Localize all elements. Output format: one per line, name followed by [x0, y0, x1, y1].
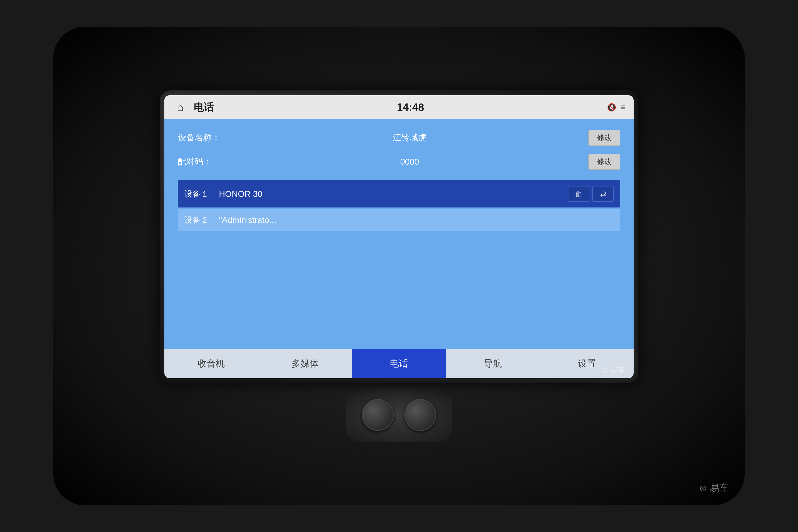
device-1-num: 设备 1	[184, 189, 211, 200]
mute-icon: 🔇	[607, 103, 616, 112]
car-panel: ⌂ 电话 14:48 🔇 ≡ 设备名称： 江铃域虎 修改	[53, 26, 745, 506]
pair-code-label: 配对码：	[178, 156, 231, 168]
screen: ⌂ 电话 14:48 🔇 ≡ 设备名称： 江铃域虎 修改	[165, 95, 633, 378]
menu-icon[interactable]: ≡	[621, 102, 626, 112]
home-icon: ⌂	[177, 101, 184, 114]
right-knob[interactable]	[404, 399, 436, 431]
header-icons: 🔇 ≡	[607, 102, 626, 112]
edit-pair-code-button[interactable]: 修改	[588, 154, 620, 170]
device-item-1[interactable]: 设备 1 HONOR 30 🗑 ⇄	[178, 180, 620, 208]
device-2-num: 设备 2	[184, 215, 211, 226]
device-item-2[interactable]: 设备 2 "Administrato...	[178, 209, 620, 231]
easycar-logo: ⊙ 易车	[699, 482, 729, 495]
bottom-nav: 收音机 多媒体 电话 导航 设置	[165, 349, 633, 378]
header-bar: ⌂ 电话 14:48 🔇 ≡	[165, 95, 633, 119]
left-knob[interactable]	[362, 399, 394, 431]
home-button[interactable]: ⌂	[172, 99, 188, 115]
device-1-connect-button[interactable]: ⇄	[592, 186, 614, 202]
watermark-logo: ⊙	[602, 366, 608, 375]
nav-phone[interactable]: 电话	[352, 349, 446, 378]
device-name-value: 江铃域虎	[236, 132, 583, 144]
pair-code-value: 0000	[236, 157, 583, 167]
connect-icon: ⇄	[600, 190, 606, 198]
device-1-actions: 🗑 ⇄	[568, 186, 614, 202]
watermark-text: 易车	[610, 365, 625, 375]
knob-area	[346, 388, 452, 441]
easycar-text: ⊙ 易车	[699, 482, 729, 493]
clock-display: 14:48	[214, 101, 607, 113]
device-2-name: "Administrato...	[219, 215, 614, 225]
pair-code-row: 配对码： 0000 修改	[178, 154, 620, 170]
nav-radio[interactable]: 收音机	[165, 349, 258, 378]
below-screen-controls	[159, 388, 639, 441]
page-title: 电话	[194, 100, 214, 114]
watermark: ⊙ 易车	[602, 365, 625, 375]
delete-icon: 🗑	[575, 190, 582, 198]
nav-navigation[interactable]: 导航	[446, 349, 540, 378]
device-list: 设备 1 HONOR 30 🗑 ⇄ 设备 2	[178, 180, 620, 231]
edit-device-name-button[interactable]: 修改	[588, 130, 620, 146]
screen-bezel: ⌂ 电话 14:48 🔇 ≡ 设备名称： 江铃域虎 修改	[159, 91, 639, 383]
device-1-delete-button[interactable]: 🗑	[568, 186, 589, 202]
main-content: 设备名称： 江铃域虎 修改 配对码： 0000 修改 设备 1 HONOR 30	[165, 119, 633, 349]
device-name-row: 设备名称： 江铃域虎 修改	[178, 130, 620, 146]
device-1-name: HONOR 30	[219, 189, 560, 199]
device-name-label: 设备名称：	[178, 132, 231, 144]
nav-media[interactable]: 多媒体	[258, 349, 352, 378]
